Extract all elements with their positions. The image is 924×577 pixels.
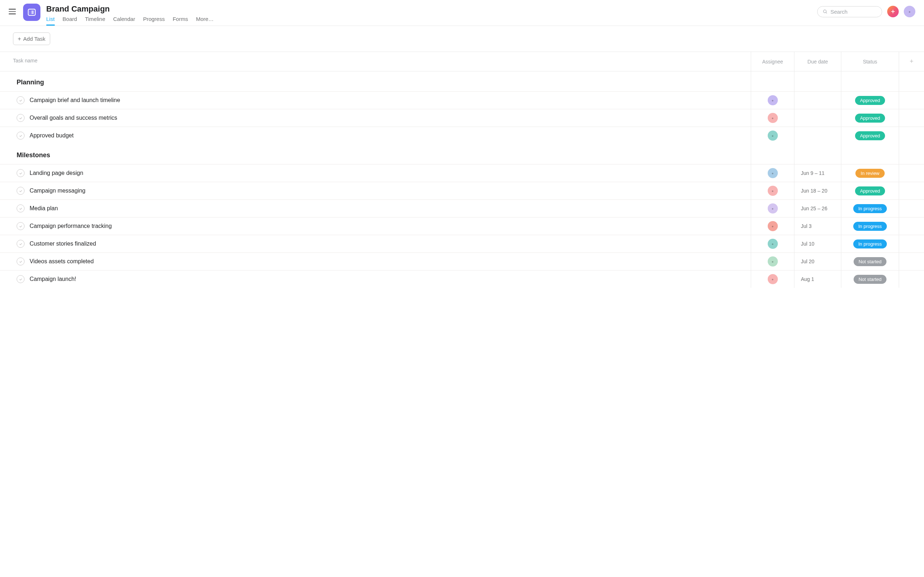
status-pill[interactable]: In progress	[853, 222, 887, 231]
tab-progress[interactable]: Progress	[143, 16, 165, 26]
due-date[interactable]: Jun 9 – 11	[801, 170, 824, 176]
assignee-avatar[interactable]	[768, 95, 778, 105]
section-header: Planning	[0, 71, 924, 91]
due-date[interactable]: Jun 18 – 20	[801, 188, 827, 193]
status-pill[interactable]: In progress	[853, 204, 887, 213]
tab-list[interactable]: List	[46, 16, 55, 26]
task-name: Landing page design	[30, 170, 83, 176]
status-pill[interactable]: In review	[855, 169, 884, 178]
task-name: Customer stories finalized	[30, 240, 96, 247]
search-input-wrap[interactable]	[817, 6, 882, 17]
task-row[interactable]: Approved budget Approved	[0, 127, 924, 144]
assignee-avatar[interactable]	[768, 186, 778, 196]
task-name: Videos assets completed	[30, 258, 94, 265]
complete-checkbox-icon[interactable]	[16, 114, 24, 122]
user-avatar[interactable]	[904, 6, 915, 17]
task-row[interactable]: Campaign launch! Aug 1 Not started	[0, 270, 924, 288]
complete-checkbox-icon[interactable]	[16, 169, 24, 177]
complete-checkbox-icon[interactable]	[16, 205, 24, 213]
task-row[interactable]: Campaign brief and launch timeline Appro…	[0, 91, 924, 109]
view-tabs: ListBoardTimelineCalendarProgressFormsMo…	[46, 16, 811, 26]
complete-checkbox-icon[interactable]	[16, 258, 24, 266]
assignee-avatar[interactable]	[768, 256, 778, 266]
task-row[interactable]: Landing page design Jun 9 – 11 In review	[0, 164, 924, 182]
complete-checkbox-icon[interactable]	[16, 96, 24, 104]
tab-forms[interactable]: Forms	[173, 16, 188, 26]
due-date[interactable]: Jun 25 – 26	[801, 206, 827, 211]
header-right	[817, 6, 915, 17]
assignee-avatar[interactable]	[768, 168, 778, 178]
title-block: Brand Campaign ListBoardTimelineCalendar…	[46, 3, 811, 26]
task-row[interactable]: Videos assets completed Jul 20 Not start…	[0, 253, 924, 270]
search-input[interactable]	[830, 9, 877, 15]
status-pill[interactable]: Not started	[854, 275, 887, 284]
tab-more[interactable]: More…	[196, 16, 214, 26]
complete-checkbox-icon[interactable]	[16, 132, 24, 140]
status-pill[interactable]: Approved	[855, 131, 885, 140]
section-title[interactable]: Milestones	[16, 152, 751, 159]
assignee-avatar[interactable]	[768, 203, 778, 213]
column-header-assignee[interactable]: Assignee	[751, 52, 794, 71]
assignee-avatar[interactable]	[768, 131, 778, 141]
due-date[interactable]: Aug 1	[801, 276, 814, 282]
task-name: Approved budget	[30, 132, 74, 139]
complete-checkbox-icon[interactable]	[16, 240, 24, 248]
task-name: Media plan	[30, 205, 58, 212]
task-sections: Planning Campaign brief and launch timel…	[0, 71, 924, 288]
assignee-avatar[interactable]	[768, 274, 778, 284]
task-name: Campaign brief and launch timeline	[30, 97, 120, 103]
global-add-button[interactable]	[887, 6, 899, 17]
task-row[interactable]: Campaign messaging Jun 18 – 20 Approved	[0, 182, 924, 200]
app-header: Brand Campaign ListBoardTimelineCalendar…	[0, 0, 924, 26]
task-name: Campaign launch!	[30, 276, 76, 282]
menu-toggle-icon[interactable]	[9, 7, 17, 16]
plus-icon: +	[18, 36, 21, 42]
project-title: Brand Campaign	[46, 4, 811, 14]
table-header: Task name Assignee Due date Status +	[0, 52, 924, 71]
task-row[interactable]: Media plan Jun 25 – 26 In progress	[0, 200, 924, 217]
svg-point-7	[823, 10, 826, 13]
section-title[interactable]: Planning	[16, 79, 751, 86]
column-header-status[interactable]: Status	[841, 52, 899, 71]
project-icon[interactable]	[23, 3, 40, 21]
toolbar: + Add Task	[0, 26, 924, 52]
task-row[interactable]: Campaign performance tracking Jul 3 In p…	[0, 217, 924, 235]
status-pill[interactable]: Approved	[855, 187, 885, 195]
due-date[interactable]: Jul 10	[801, 241, 814, 247]
add-task-button[interactable]: + Add Task	[13, 32, 50, 45]
tab-board[interactable]: Board	[63, 16, 77, 26]
add-task-label: Add Task	[23, 36, 45, 42]
column-header-due[interactable]: Due date	[794, 52, 841, 71]
task-row[interactable]: Overall goals and success metrics Approv…	[0, 109, 924, 127]
section-header: Milestones	[0, 144, 924, 164]
tab-calendar[interactable]: Calendar	[113, 16, 135, 26]
tab-timeline[interactable]: Timeline	[85, 16, 105, 26]
status-pill[interactable]: In progress	[853, 239, 887, 248]
column-header-task[interactable]: Task name	[0, 52, 751, 71]
task-name: Campaign performance tracking	[30, 223, 112, 229]
add-column-button[interactable]: +	[899, 52, 924, 71]
complete-checkbox-icon[interactable]	[16, 275, 24, 283]
svg-line-8	[826, 13, 827, 14]
complete-checkbox-icon[interactable]	[16, 187, 24, 195]
due-date[interactable]: Jul 3	[801, 223, 812, 229]
search-icon	[822, 9, 828, 15]
task-name: Campaign messaging	[30, 187, 86, 194]
due-date[interactable]: Jul 20	[801, 259, 814, 264]
assignee-avatar[interactable]	[768, 113, 778, 123]
status-pill[interactable]: Approved	[855, 96, 885, 105]
status-pill[interactable]: Approved	[855, 114, 885, 122]
assignee-avatar[interactable]	[768, 239, 778, 249]
assignee-avatar[interactable]	[768, 221, 778, 231]
task-row[interactable]: Customer stories finalized Jul 10 In pro…	[0, 235, 924, 253]
status-pill[interactable]: Not started	[854, 257, 887, 266]
plus-icon	[890, 9, 895, 14]
complete-checkbox-icon[interactable]	[16, 222, 24, 230]
task-name: Overall goals and success metrics	[30, 115, 117, 121]
